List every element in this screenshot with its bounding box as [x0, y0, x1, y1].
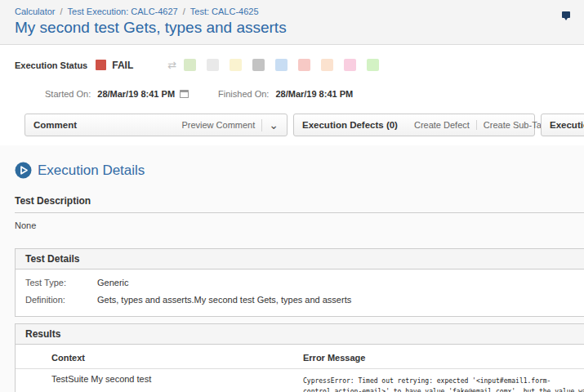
comment-bubble-icon[interactable] — [562, 11, 570, 18]
result-context-cell: TestSuite My second test — [16, 374, 303, 392]
status-swatch-0 — [184, 59, 196, 71]
status-palette[interactable] — [184, 59, 390, 71]
create-defect-button[interactable]: Create Defect — [408, 120, 476, 130]
status-swatch-6 — [321, 59, 333, 71]
results-table-header: Context Error Message — [16, 345, 584, 369]
execution-evidence-panel: Execution Evidence — [541, 114, 584, 136]
result-error-cell: CypressError: Timed out retrying: expect… — [303, 374, 584, 392]
finished-on-label: Finished On: — [218, 89, 269, 99]
breadcrumb-link-project[interactable]: Calculator — [15, 7, 56, 16]
error-message-column-header: Error Message — [303, 353, 584, 363]
status-transition-icon[interactable]: ⇄ — [167, 60, 176, 70]
test-description-block: Test Description None — [15, 195, 584, 230]
test-description-content: None — [15, 220, 584, 230]
test-details-header: Test Details — [16, 249, 584, 270]
status-swatch-5 — [298, 59, 310, 71]
context-column-header: Context — [16, 353, 303, 363]
execution-status-row: Execution Status FAIL ⇄ — [15, 59, 584, 71]
calendar-icon[interactable] — [180, 90, 189, 98]
dates-row: Started On: 28/Mar/19 8:41 PM Finished O… — [45, 88, 584, 100]
separator — [261, 119, 262, 131]
test-description-title: Test Description — [15, 195, 584, 213]
breadcrumb-link-test[interactable]: Test: CALC-4625 — [190, 7, 259, 16]
status-swatch-4 — [275, 59, 288, 71]
preview-comment-button[interactable]: Preview Comment — [181, 120, 255, 130]
breadcrumb: Calculator/Test Execution: CALC-4627/Tes… — [15, 7, 569, 16]
page-title: My second test Gets, types and asserts — [15, 19, 569, 37]
test-type-value: Generic — [97, 278, 129, 287]
status-swatch-7 — [344, 59, 356, 71]
error-message-text: CypressError: Timed out retrying: expect… — [303, 376, 584, 392]
execution-status-label: Execution Status — [15, 60, 87, 70]
status-swatch-2 — [230, 59, 242, 71]
execution-details-heading: Execution Details — [15, 162, 584, 179]
test-details-panel: Test Details Test Type: Generic Definiti… — [15, 248, 584, 317]
table-row: TestSuite My second test CypressError: T… — [16, 369, 584, 392]
execution-status-value: FAIL — [112, 60, 133, 71]
execution-defects-panel: Execution Defects (0) Create Defect Crea… — [293, 114, 535, 136]
definition-label: Definition: — [25, 295, 97, 305]
status-swatch-1 — [207, 59, 219, 71]
execution-details-title: Execution Details — [38, 163, 145, 179]
status-swatch-8 — [367, 59, 379, 71]
execution-details-section: Execution Details Test Description None … — [0, 145, 584, 392]
started-on-value: 28/Mar/19 8:41 PM — [97, 89, 175, 99]
execution-defects-title: Execution Defects (0) — [302, 120, 398, 130]
started-on-label: Started On: — [45, 89, 91, 99]
comment-panel-title: Comment — [33, 120, 181, 130]
chevron-down-icon[interactable]: ⌄ — [269, 121, 279, 129]
results-panel: Results Context Error Message TestSuite … — [15, 323, 584, 392]
comment-panel: Comment Preview Comment ⌄ — [25, 114, 288, 136]
panels-row: Comment Preview Comment ⌄ Execution Defe… — [25, 114, 584, 136]
play-circle-icon — [15, 162, 32, 179]
breadcrumb-separator: / — [60, 7, 63, 16]
fail-status-swatch — [96, 60, 106, 70]
execution-evidence-title: Execution Evidence — [550, 120, 584, 130]
test-type-label: Test Type: — [25, 278, 97, 287]
definition-value: Gets, types and asserts.My second test G… — [97, 295, 351, 305]
test-type-row: Test Type: Generic — [25, 278, 584, 287]
status-swatch-3 — [252, 59, 265, 71]
breadcrumb-separator: / — [183, 7, 185, 16]
finished-on-value: 28/Mar/19 8:41 PM — [275, 89, 353, 99]
definition-row: Definition: Gets, types and asserts.My s… — [25, 295, 584, 305]
page-header: Calculator/Test Execution: CALC-4627/Tes… — [0, 0, 584, 45]
breadcrumb-link-test-execution[interactable]: Test Execution: CALC-4627 — [68, 7, 178, 16]
results-header: Results — [16, 324, 584, 345]
